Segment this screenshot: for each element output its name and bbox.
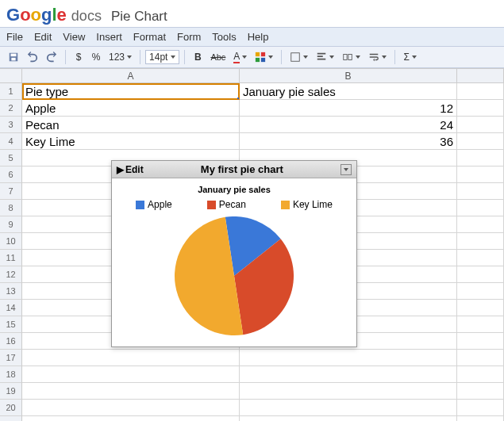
menu-help[interactable]: Help (248, 31, 269, 43)
cell-C6[interactable] (457, 166, 504, 183)
menu-edit[interactable]: Edit (34, 31, 52, 43)
col-header-C[interactable] (457, 69, 504, 83)
toolbar: $ % 123 14pt B Abc A Σ (0, 47, 504, 68)
cell-B2[interactable]: 12 (240, 100, 457, 117)
borders-button[interactable] (287, 49, 311, 65)
chart-edit-button[interactable]: ▶ Edit (117, 164, 144, 175)
cell-C5[interactable] (457, 150, 504, 166)
row-header[interactable]: 5 (0, 150, 22, 166)
cell-B3[interactable]: 24 (240, 117, 457, 133)
chart-container[interactable]: ▶ Edit My first pie chart January pie sa… (111, 160, 357, 347)
save-icon[interactable] (5, 49, 22, 65)
cell-A20[interactable] (22, 400, 240, 416)
cell-C21[interactable] (457, 416, 504, 421)
spreadsheet-grid: A B 1Pie typeJanuary pie sales2Apple123P… (0, 68, 504, 421)
cell-C13[interactable] (457, 283, 504, 300)
cell-C17[interactable] (457, 350, 504, 366)
cell-C11[interactable] (457, 250, 504, 266)
cell-B4[interactable]: 36 (240, 133, 457, 150)
cell-C7[interactable] (457, 183, 504, 200)
row-header[interactable]: 10 (0, 233, 22, 250)
row-header[interactable]: 4 (0, 133, 22, 150)
merge-button[interactable] (339, 49, 364, 65)
menu-tools[interactable]: Tools (212, 31, 236, 43)
formula-button[interactable]: Σ (400, 49, 419, 65)
cell-C1[interactable] (457, 83, 504, 100)
cell-B1[interactable]: January pie sales (240, 83, 457, 100)
cell-C20[interactable] (457, 400, 504, 416)
cell-C16[interactable] (457, 333, 504, 350)
align-button[interactable] (313, 49, 337, 65)
bold-button[interactable]: B (190, 49, 206, 65)
row-header[interactable]: 17 (0, 350, 22, 366)
menu-format[interactable]: Format (133, 31, 166, 43)
cell-C10[interactable] (457, 233, 504, 250)
row-header[interactable]: 14 (0, 300, 22, 316)
currency-format[interactable]: $ (71, 49, 87, 65)
row-header[interactable]: 11 (0, 250, 22, 266)
row-header[interactable]: 9 (0, 216, 22, 233)
menu-insert[interactable]: Insert (96, 31, 122, 43)
row-header[interactable]: 8 (0, 200, 22, 216)
svg-rect-4 (261, 52, 265, 56)
undo-icon[interactable] (24, 49, 41, 65)
row-header[interactable]: 20 (0, 400, 22, 416)
cell-A21[interactable] (22, 416, 240, 421)
cell-B17[interactable] (240, 350, 457, 366)
select-all-corner[interactable] (0, 69, 22, 83)
row-header[interactable]: 6 (0, 166, 22, 183)
text-color-button[interactable]: A (230, 49, 250, 65)
cell-B21[interactable] (240, 416, 457, 421)
cell-C12[interactable] (457, 266, 504, 283)
cell-C15[interactable] (457, 316, 504, 333)
row-header[interactable]: 2 (0, 100, 22, 117)
row-header[interactable]: 19 (0, 383, 22, 400)
row-header[interactable]: 18 (0, 366, 22, 383)
cell-A17[interactable] (22, 350, 240, 366)
redo-icon[interactable] (43, 49, 60, 65)
fill-color-button[interactable] (252, 49, 276, 65)
cell-C18[interactable] (457, 366, 504, 383)
row-header[interactable]: 21 (0, 416, 22, 421)
cell-C2[interactable] (457, 100, 504, 117)
cell-B19[interactable] (240, 383, 457, 400)
row-header[interactable]: 7 (0, 183, 22, 200)
strike-button[interactable]: Abc (207, 49, 229, 65)
cell-B20[interactable] (240, 400, 457, 416)
svg-rect-1 (11, 54, 17, 57)
menu-file[interactable]: File (6, 31, 23, 43)
col-header-B[interactable]: B (240, 69, 457, 83)
cell-A1[interactable]: Pie type (22, 83, 240, 100)
row-header[interactable]: 12 (0, 266, 22, 283)
cell-A18[interactable] (22, 366, 240, 383)
document-title[interactable]: Pie Chart (111, 9, 167, 25)
row-header[interactable]: 1 (0, 83, 22, 100)
font-size-select[interactable]: 14pt (145, 50, 179, 64)
col-header-A[interactable]: A (22, 69, 240, 83)
row-header[interactable]: 15 (0, 316, 22, 333)
cell-B18[interactable] (240, 366, 457, 383)
cell-C3[interactable] (457, 117, 504, 133)
cell-C8[interactable] (457, 200, 504, 216)
cell-C9[interactable] (457, 216, 504, 233)
number-format[interactable]: 123 (106, 49, 135, 65)
legend-item-keylime: Key Lime (281, 199, 333, 210)
cell-C4[interactable] (457, 133, 504, 150)
pie-chart (175, 216, 294, 335)
wrap-button[interactable] (365, 49, 390, 65)
cell-C19[interactable] (457, 383, 504, 400)
menu-view[interactable]: View (63, 31, 85, 43)
chart-body: January pie sales Apple Pecan Key Lime (112, 178, 356, 346)
chart-header: ▶ Edit My first pie chart (112, 161, 356, 178)
cell-C14[interactable] (457, 300, 504, 316)
row-header[interactable]: 3 (0, 117, 22, 133)
cell-A3[interactable]: Pecan (22, 117, 240, 133)
cell-A2[interactable]: Apple (22, 100, 240, 117)
menu-form[interactable]: Form (177, 31, 201, 43)
cell-A19[interactable] (22, 383, 240, 400)
cell-A4[interactable]: Key Lime (22, 133, 240, 150)
chart-menu-button[interactable] (340, 164, 352, 175)
percent-format[interactable]: % (88, 49, 104, 65)
row-header[interactable]: 13 (0, 283, 22, 300)
row-header[interactable]: 16 (0, 333, 22, 350)
